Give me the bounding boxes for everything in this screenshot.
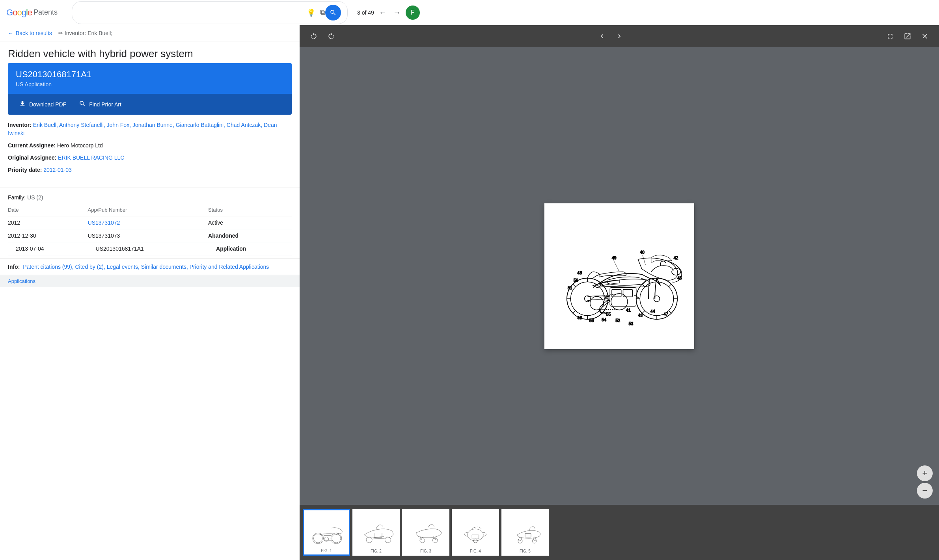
prev-result-button[interactable]: ← (377, 6, 388, 19)
svg-text:50: 50 (574, 278, 578, 283)
next-result-button[interactable]: → (391, 6, 402, 19)
applications-link[interactable]: Applications (8, 278, 35, 284)
svg-line-18 (642, 284, 645, 287)
svg-text:41: 41 (626, 308, 631, 313)
family-header: Family: US (2) (8, 194, 292, 201)
left-panel: ← Back to results ✏ Inventor: Erik Buell… (0, 25, 300, 560)
thumbnail-5[interactable]: FIG. 5 (501, 509, 549, 556)
thumbnail-4[interactable]: FIG. 4 (452, 509, 499, 556)
svg-rect-51 (324, 536, 331, 541)
table-row: 2013-07-04 US20130168171A1 Application (8, 242, 292, 255)
back-navigation: ← Back to results ✏ Inventor: Erik Buell… (0, 25, 300, 41)
svg-line-19 (669, 311, 671, 313)
svg-point-22 (672, 268, 681, 275)
svg-rect-55 (374, 533, 382, 537)
family-label: Family: (8, 194, 26, 201)
svg-point-50 (332, 534, 341, 543)
svg-text:49: 49 (612, 256, 617, 260)
thumbnail-2[interactable]: FIG. 2 (352, 509, 400, 556)
appnum-link[interactable]: US13731072 (88, 220, 120, 226)
rotate-ccw-button[interactable] (306, 28, 322, 44)
nav-controls: 3 of 49 ← → (357, 6, 402, 19)
viewer-next-button[interactable] (611, 28, 627, 44)
svg-point-27 (611, 293, 628, 310)
cell-appnum: US13731072 (88, 216, 208, 229)
inventors-value[interactable]: Erik Buell, Anthony Stefanelli, John Fox… (8, 122, 277, 136)
open-new-button[interactable] (900, 28, 915, 44)
thumbnail-3[interactable]: FIG. 3 (402, 509, 449, 556)
svg-rect-63 (525, 534, 531, 538)
download-label: Download PDF (29, 101, 66, 108)
logo: Google Patents (6, 7, 58, 18)
thumbnails-bar: FIG. 1 FIG. 2 (300, 505, 939, 560)
svg-text:45: 45 (677, 275, 682, 280)
status-bar: Applications (0, 275, 300, 287)
original-assignee-label: Original Assignee: (8, 154, 56, 161)
cell-date: 2012 (8, 216, 88, 229)
svg-rect-24 (612, 289, 621, 297)
svg-text:51: 51 (568, 286, 572, 290)
svg-line-45 (614, 260, 619, 272)
svg-text:47: 47 (663, 312, 668, 316)
download-icon (19, 100, 26, 108)
search-button[interactable] (325, 5, 341, 20)
svg-text:42: 42 (674, 256, 678, 260)
thumbnail-label-5: FIG. 5 (520, 549, 531, 553)
patent-number: US20130168171A1 (16, 69, 284, 80)
current-assignee-row: Current Assignee: Hero Motocorp Ltd (8, 141, 292, 150)
download-pdf-button[interactable]: Download PDF (16, 99, 69, 110)
search-input[interactable]: inventor:(Erik Buell) (78, 9, 307, 16)
original-assignee-value[interactable]: ERIK BUELL RACING LLC (58, 154, 124, 161)
svg-text:46: 46 (578, 316, 582, 320)
inventor-filter: ✏ Inventor: Erik Buell; (58, 30, 112, 36)
current-assignee-label: Current Assignee: (8, 142, 56, 149)
thumbnail-1[interactable]: FIG. 1 (303, 509, 350, 556)
info-links[interactable]: Patent citations (99), Cited by (2), Leg… (23, 264, 269, 270)
patent-header-block: US20130168171A1 US Application (8, 63, 292, 94)
find-prior-art-label: Find Prior Art (89, 101, 121, 108)
col-status: Status (208, 205, 292, 216)
patents-wordmark: Patents (34, 8, 58, 17)
priority-date-label: Priority date: (8, 167, 42, 173)
user-avatar[interactable]: F (406, 6, 420, 20)
rotate-group (306, 28, 339, 44)
info-section: Info: Patent citations (99), Cited by (2… (0, 259, 300, 275)
svg-text:56: 56 (589, 318, 594, 322)
fullscreen-button[interactable] (882, 28, 898, 44)
cell-status: Active (208, 216, 292, 229)
inventors-row: Inventor: Erik Buell, Anthony Stefanelli… (8, 121, 292, 138)
view-group (882, 28, 933, 44)
family-value: US (2) (27, 194, 43, 201)
main-content: ← Back to results ✏ Inventor: Erik Buell… (0, 25, 939, 560)
table-row: 2012 US13731072 Active (8, 216, 292, 229)
svg-text:43: 43 (638, 313, 643, 317)
zoom-out-button[interactable]: − (917, 483, 933, 499)
patent-diagram: 51 50 48 49 40 42 45 46 56 54 52 53 55 4… (544, 203, 694, 349)
back-label: Back to results (16, 30, 52, 36)
svg-point-48 (314, 534, 323, 543)
patent-title: Ridden vehicle with hybrid power system (0, 41, 300, 63)
svg-rect-25 (623, 289, 633, 297)
inventor-label: Inventor: (8, 122, 32, 128)
layers-icon[interactable]: ⧉ (320, 8, 325, 17)
viewer-prev-button[interactable] (594, 28, 610, 44)
rotate-cw-button[interactable] (323, 28, 339, 44)
family-table: Date App/Pub Number Status 2012 US137310… (8, 205, 292, 255)
find-prior-art-button[interactable]: Find Prior Art (76, 99, 125, 110)
svg-point-61 (518, 539, 522, 543)
google-wordmark: Google (6, 7, 32, 18)
svg-point-62 (532, 539, 537, 543)
svg-line-7 (573, 284, 576, 287)
priority-date-value[interactable]: 2012-01-03 (43, 167, 72, 173)
thumbnail-label-1: FIG. 1 (321, 549, 332, 553)
svg-text:55: 55 (606, 312, 611, 316)
close-viewer-button[interactable] (917, 28, 933, 44)
back-to-results-link[interactable]: ← Back to results (8, 30, 52, 36)
bulb-icon[interactable]: 💡 (307, 8, 315, 17)
col-date: Date (8, 205, 88, 216)
viewer-toolbar (300, 25, 939, 47)
cell-date: 2013-07-04 (8, 242, 88, 255)
zoom-in-button[interactable]: + (917, 465, 933, 481)
thumbnail-label-4: FIG. 4 (470, 549, 481, 553)
search-bar: inventor:(Erik Buell) 💡 ⧉ (72, 1, 348, 24)
